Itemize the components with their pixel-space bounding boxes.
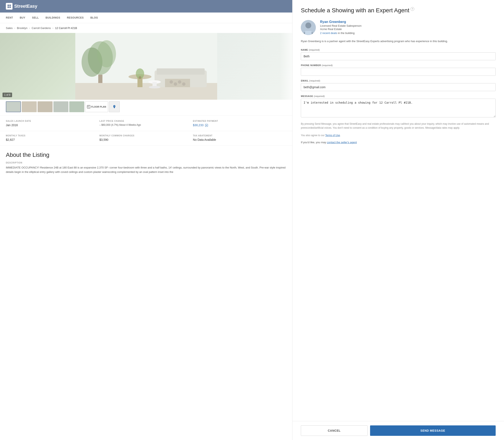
about-section: About the Listing DESCRIPTION IMMEDIATE …	[0, 146, 292, 174]
agent-company: Acme Real Estate	[320, 28, 362, 31]
breadcrumb-sales[interactable]: Sales	[6, 27, 13, 30]
stat-tax-abatement-label: TAX ABATEMENT	[193, 135, 286, 137]
listing-image-area: 1 of 8	[0, 33, 292, 100]
image-count: 1 of 8	[2, 93, 12, 97]
listing-main-image: 1 of 8	[0, 33, 292, 100]
stat-tax-abatement-value: No Data Available	[193, 138, 286, 141]
name-required: (required)	[309, 49, 320, 51]
breadcrumb-brooklyn[interactable]: Brooklyn	[17, 27, 28, 30]
thumbnail-strip: FLOOR PLAN	[0, 100, 292, 114]
terms-text: You also agree to our Terms of Use.	[301, 134, 496, 138]
agent-name[interactable]: Ryan Greenberg	[320, 20, 362, 24]
thumbnail-5[interactable]	[69, 101, 84, 112]
svg-rect-33	[305, 31, 312, 35]
stat-estimated-payment-label: ESTIMATED PAYMENT	[193, 120, 286, 122]
svg-point-18	[170, 80, 173, 84]
svg-point-20	[178, 80, 181, 84]
svg-rect-27	[89, 105, 89, 108]
nav-buildings[interactable]: BUILDINGS	[45, 16, 60, 19]
thumbnail-3[interactable]	[38, 101, 53, 112]
agent-info: Ryan Greenberg Licensed Real Estate Sale…	[320, 20, 362, 35]
svg-point-31	[305, 23, 311, 28]
contact-seller-link[interactable]: contact the seller's agent	[327, 141, 357, 144]
nav-sell[interactable]: SELL	[32, 16, 39, 19]
stat-common-charges-label: MONTHLY COMMON CHARGES	[99, 135, 193, 137]
svg-point-21	[182, 82, 185, 86]
phone-field-group: PHONE NUMBER (required)	[301, 64, 496, 76]
thumbnail-1[interactable]	[6, 101, 21, 112]
thumbnail-4[interactable]	[53, 101, 69, 112]
thumbnail-2[interactable]	[22, 101, 37, 112]
breadcrumb-sep-1: ›	[14, 27, 15, 30]
svg-rect-26	[87, 106, 89, 107]
email-input[interactable]	[301, 83, 496, 91]
stat-last-price-value: ↓ $60,000 (4.7%) About 4 Weeks Ago	[99, 124, 193, 126]
email-field-group: EMAIL (required)	[301, 80, 496, 91]
message-label: MESSAGE (required)	[301, 95, 496, 97]
svg-rect-0	[8, 5, 9, 6]
stat-estimated-payment: ESTIMATED PAYMENT $30,233	[193, 120, 286, 127]
about-title: About the Listing	[6, 151, 286, 158]
site-header: StreetEasy	[0, 0, 292, 13]
stat-monthly-taxes-label: MONTHLY TAXES	[6, 135, 99, 137]
svg-rect-17	[165, 79, 190, 87]
floor-plan-button[interactable]: FLOOR PLAN	[85, 101, 108, 112]
agent-title: Licensed Real Estate Salesperson	[320, 24, 362, 27]
nav-blog[interactable]: BLOG	[90, 16, 98, 19]
map-pin-button[interactable]	[109, 101, 120, 112]
svg-point-19	[174, 82, 177, 86]
message-field-group: MESSAGE (required) I'm interested in sch…	[301, 95, 496, 118]
stat-common-charges: MONTHLY COMMON CHARGES $3,590	[99, 135, 193, 141]
phone-required: (required)	[322, 64, 333, 67]
form-title: Schedule a Showing with an Expert Agent …	[301, 7, 496, 14]
agent-avatar	[301, 20, 316, 35]
stat-tax-abatement: TAX ABATEMENT No Data Available	[193, 135, 286, 141]
message-required: (required)	[314, 95, 325, 97]
svg-rect-1	[9, 5, 11, 6]
agent-deals-link[interactable]: 2 recent deals	[320, 31, 337, 35]
message-input[interactable]: I'm interested in scheduling a showing f…	[301, 99, 496, 117]
main-nav: RENT BUY SELL BUILDINGS RESOURCES BLOG	[0, 13, 292, 23]
contact-seller-text: If you'd like, you may contact the selle…	[301, 141, 496, 144]
breadcrumb-carroll-gardens[interactable]: Carroll Gardens	[32, 27, 51, 30]
agent-bio: Ryan Greenberg is is a partner agent wit…	[301, 39, 496, 44]
stat-monthly-taxes-value: $2,827	[6, 138, 99, 141]
svg-rect-3	[9, 6, 11, 8]
svg-rect-16	[157, 69, 205, 75]
stats-grid: SALES LAUNCH DATE Jan 2016 LAST PRICE CH…	[0, 116, 292, 131]
name-input[interactable]	[301, 52, 496, 60]
send-message-button[interactable]: SEND MESSAGE	[370, 426, 496, 436]
nav-resources[interactable]: RESOURCES	[67, 16, 84, 19]
svg-point-9	[97, 40, 116, 67]
button-row: CANCEL SEND MESSAGE	[293, 421, 504, 440]
form-container: Schedule a Showing with an Expert Agent …	[293, 0, 504, 421]
nav-buy[interactable]: BUY	[20, 16, 26, 19]
breadcrumb-sep-3: ›	[53, 27, 53, 30]
email-required: (required)	[309, 80, 320, 82]
svg-point-29	[206, 125, 207, 126]
phone-label: PHONE NUMBER (required)	[301, 64, 496, 67]
logo-icon	[6, 3, 13, 10]
help-icon[interactable]: ?	[410, 7, 414, 11]
breadcrumb-sep-2: ›	[29, 27, 30, 30]
stat-monthly-taxes: MONTHLY TAXES $2,827	[6, 135, 99, 141]
logo[interactable]: StreetEasy	[6, 3, 37, 10]
nav-rent[interactable]: RENT	[6, 16, 13, 19]
phone-input[interactable]	[301, 68, 496, 76]
stat-last-price: LAST PRICE CHANGE ↓ $60,000 (4.7%) About…	[99, 120, 193, 127]
agent-deals: 2 recent deals in the building	[320, 31, 362, 35]
breadcrumb-current: 12 Carroll Pl #21B	[55, 27, 77, 30]
stat-estimated-payment-value: $30,233	[193, 124, 286, 127]
name-field-group: NAME (required)	[301, 49, 496, 60]
stat-sales-launch-label: SALES LAUNCH DATE	[6, 120, 99, 122]
svg-point-24	[149, 86, 160, 88]
stats-grid-2: MONTHLY TAXES $2,827 MONTHLY COMMON CHAR…	[0, 131, 292, 146]
svg-rect-2	[8, 6, 9, 8]
terms-link[interactable]: Terms of Use	[325, 134, 340, 137]
agent-card: Ryan Greenberg Licensed Real Estate Sale…	[301, 20, 496, 35]
name-label: NAME (required)	[301, 49, 496, 51]
cancel-button[interactable]: CANCEL	[301, 426, 367, 436]
email-label: EMAIL (required)	[301, 80, 496, 82]
disclaimer-text: By pressing Send Message, you agree that…	[301, 122, 496, 130]
description-text: IMMEDIATE OCCUPANCY! Residence 24B at 18…	[6, 165, 286, 174]
